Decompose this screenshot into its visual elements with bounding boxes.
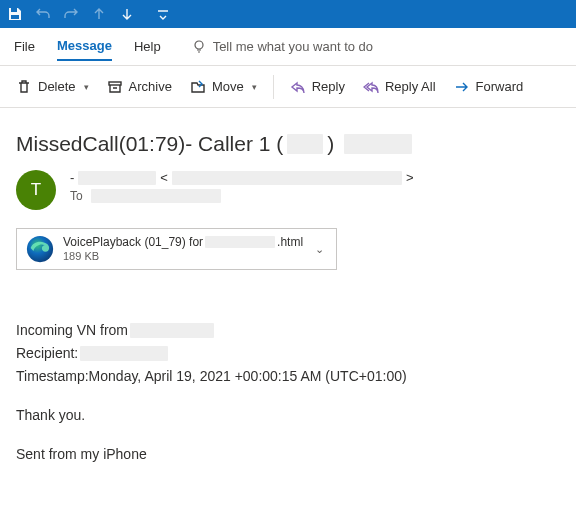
lt: <: [160, 170, 168, 185]
menu-message[interactable]: Message: [57, 32, 112, 61]
forward-button[interactable]: Forward: [448, 75, 530, 99]
tell-me-search[interactable]: Tell me what you want to do: [191, 39, 373, 55]
move-label: Move: [212, 79, 244, 94]
archive-label: Archive: [129, 79, 172, 94]
redacted-text: [91, 189, 221, 203]
quick-access-toolbar: [0, 0, 576, 28]
redo-icon[interactable]: [62, 5, 80, 23]
ribbon-toolbar: Delete ▾ Archive Move ▾ Reply Reply All …: [0, 66, 576, 108]
body-thanks: Thank you.: [16, 405, 560, 426]
chevron-down-icon: ▾: [84, 82, 89, 92]
subject-prefix: MissedCall(01:79)- Caller 1 (: [16, 132, 283, 156]
sender-from-line: - < >: [70, 170, 414, 185]
avatar: T: [16, 170, 56, 210]
move-button[interactable]: Move ▾: [184, 75, 263, 99]
message-content: MissedCall(01:79)- Caller 1 ( ) T - < > …: [0, 108, 576, 465]
dash: -: [70, 170, 74, 185]
body-line-2: Recipient:: [16, 343, 560, 364]
redacted-text: [80, 346, 168, 361]
redacted-text: [205, 236, 275, 248]
menu-file[interactable]: File: [14, 33, 35, 60]
gt: >: [406, 170, 414, 185]
undo-icon[interactable]: [34, 5, 52, 23]
forward-label: Forward: [476, 79, 524, 94]
tell-me-label: Tell me what you want to do: [213, 39, 373, 54]
chevron-down-icon[interactable]: ⌄: [311, 239, 328, 260]
sender-to-line: To: [70, 189, 414, 203]
reply-all-label: Reply All: [385, 79, 436, 94]
reply-button[interactable]: Reply: [284, 75, 351, 99]
message-subject: MissedCall(01:79)- Caller 1 ( ): [16, 132, 560, 156]
avatar-initial: T: [31, 180, 41, 200]
delete-label: Delete: [38, 79, 76, 94]
redacted-text: [172, 171, 402, 185]
edge-browser-icon: [25, 234, 55, 264]
svg-rect-1: [11, 15, 19, 19]
attachment-size: 189 KB: [63, 250, 303, 263]
separator: [273, 75, 274, 99]
body-signature: Sent from my iPhone: [16, 444, 560, 465]
to-label: To: [70, 189, 83, 203]
sender-row: T - < > To: [16, 170, 560, 210]
reply-all-button[interactable]: Reply All: [357, 75, 442, 99]
sender-info: - < > To: [70, 170, 414, 203]
archive-button[interactable]: Archive: [101, 75, 178, 99]
svg-rect-3: [109, 82, 121, 85]
menu-bar: File Message Help Tell me what you want …: [0, 28, 576, 66]
attachment-meta: VoicePlayback (01_79) for .html 189 KB: [63, 235, 303, 263]
attachment-name: VoicePlayback (01_79) for .html: [63, 235, 303, 249]
subject-suffix: ): [327, 132, 334, 156]
up-arrow-icon[interactable]: [90, 5, 108, 23]
attachment[interactable]: VoicePlayback (01_79) for .html 189 KB ⌄: [16, 228, 337, 270]
down-arrow-icon[interactable]: [118, 5, 136, 23]
svg-rect-0: [11, 8, 17, 12]
reply-label: Reply: [312, 79, 345, 94]
body-line-3: Timestamp:Monday, April 19, 2021 +00:00:…: [16, 366, 560, 387]
customize-qat-icon[interactable]: [154, 5, 172, 23]
menu-help[interactable]: Help: [134, 33, 161, 60]
redacted-text: [78, 171, 156, 185]
svg-point-2: [195, 41, 203, 49]
redacted-text: [287, 134, 323, 154]
save-icon[interactable]: [6, 5, 24, 23]
redacted-text: [130, 323, 214, 338]
redacted-text: [344, 134, 412, 154]
body-line-1: Incoming VN from: [16, 320, 560, 341]
svg-point-4: [27, 236, 53, 262]
chevron-down-icon: ▾: [252, 82, 257, 92]
email-body: Incoming VN from Recipient: Timestamp:Mo…: [16, 320, 560, 465]
delete-button[interactable]: Delete ▾: [10, 75, 95, 99]
